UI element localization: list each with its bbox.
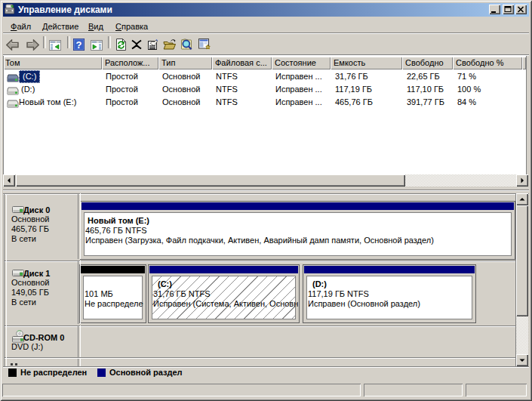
svg-text:?: ? [76, 39, 82, 51]
